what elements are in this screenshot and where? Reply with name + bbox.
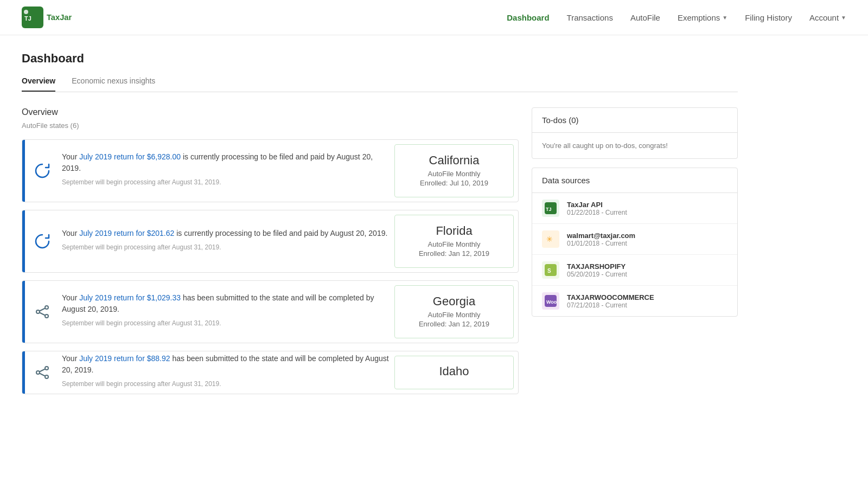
filing-text-fl: Your July 2019 return for $201.62 is cur… bbox=[62, 228, 390, 255]
svg-text:TaxJar: TaxJar bbox=[47, 13, 72, 22]
share-icon-id bbox=[25, 364, 51, 381]
tabs: Overview Economic nexus insights bbox=[22, 76, 738, 92]
state-name-ca: California bbox=[429, 153, 480, 168]
tab-overview[interactable]: Overview bbox=[22, 76, 55, 92]
state-name-id: Idaho bbox=[439, 364, 469, 378]
taxjar-logo-text: TaxJar bbox=[47, 10, 90, 25]
nav-exemptions[interactable]: Exemptions ▼ bbox=[678, 13, 727, 22]
walmart-info: walmart@taxjar.com 01/01/2018 - Current bbox=[567, 232, 635, 247]
shopify-date: 05/20/2019 - Current bbox=[567, 271, 627, 278]
account-dropdown-arrow: ▼ bbox=[841, 15, 846, 21]
refresh-icon-ca bbox=[25, 162, 51, 179]
state-card-ga[interactable]: Georgia AutoFile Monthly Enrolled: Jan 1… bbox=[394, 285, 514, 338]
state-name-fl: Florida bbox=[436, 224, 472, 238]
svg-line-13 bbox=[40, 374, 45, 376]
filing-text-ga: Your July 2019 return for $1,029.33 has … bbox=[62, 292, 390, 331]
woocommerce-info: TAXJARWOOCOMMERCE 07/21/2018 - Current bbox=[567, 293, 654, 309]
data-source-walmart[interactable]: ✳ walmart@taxjar.com 01/01/2018 - Curren… bbox=[532, 224, 737, 255]
todos-header: To-dos (0) bbox=[532, 108, 737, 133]
taxjar-api-date: 01/22/2018 - Current bbox=[567, 209, 627, 216]
state-sub2-ca: Enrolled: Jul 10, 2019 bbox=[420, 179, 488, 187]
svg-text:TJ: TJ bbox=[24, 15, 31, 22]
woocommerce-name: TAXJARWOOCOMMERCE bbox=[567, 293, 654, 301]
nav-transactions[interactable]: Transactions bbox=[567, 13, 613, 22]
woocommerce-icon: Woo bbox=[542, 292, 559, 310]
walmart-date: 01/01/2018 - Current bbox=[567, 240, 635, 247]
filing-text-ca: Your July 2019 return for $6,928.00 is c… bbox=[62, 151, 390, 190]
svg-point-4 bbox=[45, 306, 48, 309]
data-sources-card: Data sources TJ TaxJar API 01/22/2018 - … bbox=[532, 168, 738, 317]
state-card-id[interactable]: Idaho bbox=[394, 356, 514, 389]
data-source-shopify[interactable]: S TAXJARSHOPIFY 05/20/2019 - Current bbox=[532, 255, 737, 286]
svg-text:S: S bbox=[547, 268, 551, 274]
filing-card-ga: Your July 2019 return for $1,029.33 has … bbox=[22, 280, 519, 343]
filing-link-id[interactable]: July 2019 return for $88.92 bbox=[79, 354, 170, 363]
overview-section-title: Overview bbox=[22, 107, 519, 117]
nav-filing-history[interactable]: Filing History bbox=[745, 13, 792, 22]
share-icon-ga bbox=[25, 303, 51, 320]
data-sources-header: Data sources bbox=[532, 168, 737, 193]
svg-point-2 bbox=[24, 10, 28, 14]
shopify-icon: S bbox=[542, 261, 559, 279]
filing-link-fl[interactable]: July 2019 return for $201.62 bbox=[79, 229, 174, 237]
taxjar-api-name: TaxJar API bbox=[567, 201, 627, 209]
svg-point-10 bbox=[36, 371, 40, 374]
state-card-ca[interactable]: California AutoFile Monthly Enrolled: Ju… bbox=[394, 144, 514, 197]
nav-account[interactable]: Account ▼ bbox=[809, 13, 846, 22]
right-sidebar: To-dos (0) You're all caught up on to-do… bbox=[532, 107, 738, 325]
shopify-info: TAXJARSHOPIFY 05/20/2019 - Current bbox=[567, 262, 627, 278]
state-name-ga: Georgia bbox=[433, 294, 475, 309]
filing-text-id: Your July 2019 return for $88.92 has bee… bbox=[62, 353, 390, 392]
todos-body: You're all caught up on to-dos, congrats… bbox=[532, 133, 737, 158]
taxjar-api-icon: TJ bbox=[542, 200, 559, 217]
todos-card: To-dos (0) You're all caught up on to-do… bbox=[532, 107, 738, 159]
svg-point-6 bbox=[45, 314, 48, 318]
page-title: Dashboard bbox=[22, 52, 738, 66]
taxjar-api-info: TaxJar API 01/22/2018 - Current bbox=[567, 201, 627, 216]
filing-link-ca[interactable]: July 2019 return for $6,928.00 bbox=[79, 152, 181, 161]
shopify-name: TAXJARSHOPIFY bbox=[567, 262, 627, 271]
filing-card-ca: Your July 2019 return for $6,928.00 is c… bbox=[22, 139, 519, 202]
woocommerce-date: 07/21/2018 - Current bbox=[567, 301, 654, 309]
nav-autofile[interactable]: AutoFile bbox=[630, 13, 660, 22]
data-source-woocommerce[interactable]: Woo TAXJARWOOCOMMERCE 07/21/2018 - Curre… bbox=[532, 286, 737, 316]
filing-card-id: Your July 2019 return for $88.92 has bee… bbox=[22, 351, 519, 394]
main-nav: Dashboard Transactions AutoFile Exemptio… bbox=[507, 13, 846, 22]
svg-line-8 bbox=[40, 313, 45, 316]
main-content: Dashboard Overview Economic nexus insigh… bbox=[0, 35, 760, 418]
svg-text:✳: ✳ bbox=[546, 235, 553, 243]
state-sub1-ca: AutoFile Monthly bbox=[428, 170, 481, 178]
filing-link-ga[interactable]: July 2019 return for $1,029.33 bbox=[79, 293, 181, 302]
tab-economic-nexus[interactable]: Economic nexus insights bbox=[72, 76, 155, 92]
svg-point-9 bbox=[45, 367, 48, 370]
refresh-icon-fl bbox=[25, 233, 51, 250]
logo: TJ TaxJar bbox=[22, 7, 90, 28]
walmart-name: walmart@taxjar.com bbox=[567, 232, 635, 240]
svg-line-7 bbox=[40, 309, 45, 311]
walmart-icon: ✳ bbox=[542, 230, 559, 248]
svg-point-11 bbox=[45, 375, 48, 378]
svg-text:TJ: TJ bbox=[546, 207, 552, 212]
svg-point-5 bbox=[36, 310, 40, 313]
autofile-states-label: AutoFile states (6) bbox=[22, 121, 519, 130]
state-sub1-fl: AutoFile Monthly bbox=[428, 240, 481, 248]
state-card-fl[interactable]: Florida AutoFile Monthly Enrolled: Jan 1… bbox=[394, 215, 514, 268]
state-sub1-ga: AutoFile Monthly bbox=[428, 311, 481, 319]
nav-dashboard[interactable]: Dashboard bbox=[507, 13, 549, 22]
state-sub2-ga: Enrolled: Jan 12, 2019 bbox=[419, 320, 489, 328]
svg-text:Woo: Woo bbox=[546, 299, 557, 305]
svg-line-12 bbox=[40, 369, 45, 372]
taxjar-logo-icon: TJ bbox=[22, 7, 43, 28]
exemptions-dropdown-arrow: ▼ bbox=[722, 15, 727, 21]
state-sub2-fl: Enrolled: Jan 12, 2019 bbox=[419, 249, 489, 258]
filing-card-fl: Your July 2019 return for $201.62 is cur… bbox=[22, 210, 519, 273]
header: TJ TaxJar Dashboard Transactions AutoFil… bbox=[0, 0, 868, 35]
data-source-taxjar-api[interactable]: TJ TaxJar API 01/22/2018 - Current bbox=[532, 193, 737, 224]
left-column: Overview AutoFile states (6) Your July 2… bbox=[22, 107, 519, 402]
